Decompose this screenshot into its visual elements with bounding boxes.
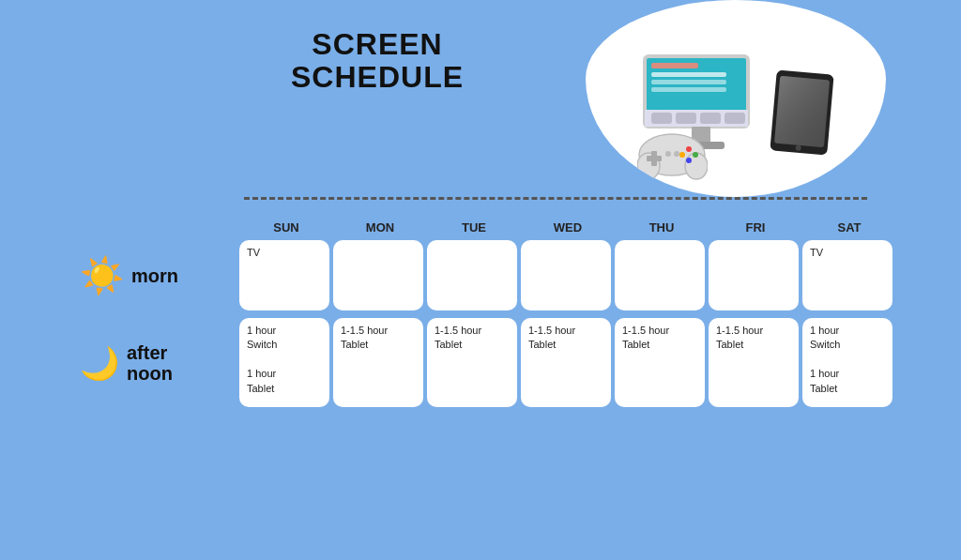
svg-rect-17 <box>647 156 662 161</box>
svg-rect-5 <box>651 87 726 92</box>
cell-fri-morn <box>709 240 799 310</box>
cell-sat-after: 1 hour Switch 1 hour Tablet <box>802 318 892 407</box>
svg-rect-7 <box>651 113 672 124</box>
svg-point-19 <box>693 152 698 158</box>
moon-icon: 🌙 <box>80 347 119 379</box>
cell-sat-morn: TV <box>802 240 892 310</box>
svg-rect-4 <box>651 80 726 84</box>
morning-text: morn <box>131 265 178 286</box>
svg-rect-2 <box>651 63 698 68</box>
day-mon: MON <box>333 220 427 235</box>
cell-fri-after: 1-1.5 hour Tablet <box>709 318 799 407</box>
schedule: SUN MON TUE WED THU FRI SAT ☀️ morn TV T… <box>80 220 933 407</box>
devices-inner <box>640 33 832 164</box>
afternoon-cells: 1 hour Switch 1 hour Tablet 1-1.5 hour T… <box>239 318 892 407</box>
svg-point-20 <box>686 158 692 163</box>
title-block: SCREEN SCHEDULE <box>291 28 464 94</box>
svg-rect-26 <box>774 76 830 147</box>
day-sun: SUN <box>239 220 333 235</box>
tablet-icon <box>768 68 836 157</box>
title-line2: SCHEDULE <box>291 61 464 94</box>
cell-tue-morn <box>427 240 517 310</box>
svg-rect-3 <box>651 72 726 77</box>
day-fri: FRI <box>709 220 802 235</box>
afternoon-label: 🌙 afternoon <box>80 318 239 407</box>
svg-rect-9 <box>700 113 721 124</box>
morning-row: ☀️ morn TV TV <box>80 240 933 310</box>
svg-rect-8 <box>676 113 696 124</box>
title-line1: SCREEN <box>291 28 464 61</box>
cell-thu-after: 1-1.5 hour Tablet <box>615 318 705 407</box>
afternoon-row: 🌙 afternoon 1 hour Switch 1 hour Tablet … <box>80 318 933 407</box>
cell-sun-morn: TV <box>239 240 329 310</box>
dashed-divider <box>244 197 867 200</box>
cell-wed-after: 1-1.5 hour Tablet <box>521 318 611 407</box>
day-sat: SAT <box>802 220 896 235</box>
cell-tue-after: 1-1.5 hour Tablet <box>427 318 517 407</box>
morning-label: ☀️ morn <box>80 240 239 310</box>
schedule-header: SUN MON TUE WED THU FRI SAT <box>239 220 933 235</box>
cell-wed-morn <box>521 240 611 310</box>
morning-cells: TV TV <box>239 240 892 310</box>
cell-mon-after: 1-1.5 hour Tablet <box>333 318 423 407</box>
svg-point-23 <box>674 151 679 157</box>
gamepad-icon <box>637 129 708 180</box>
sun-icon: ☀️ <box>80 258 124 294</box>
svg-point-18 <box>686 146 692 152</box>
devices-blob <box>586 0 886 197</box>
cell-mon-morn <box>333 240 423 310</box>
cell-sun-after: 1 hour Switch 1 hour Tablet <box>239 318 329 407</box>
day-tue: TUE <box>427 220 521 235</box>
svg-point-22 <box>665 151 671 157</box>
cell-thu-morn <box>615 240 705 310</box>
day-thu: THU <box>615 220 709 235</box>
day-wed: WED <box>521 220 615 235</box>
schedule-body: ☀️ morn TV TV 🌙 afternoon 1 hour Switch … <box>80 240 933 407</box>
svg-point-21 <box>679 152 685 158</box>
svg-rect-10 <box>725 113 745 124</box>
afternoon-text: afternoon <box>127 342 173 384</box>
